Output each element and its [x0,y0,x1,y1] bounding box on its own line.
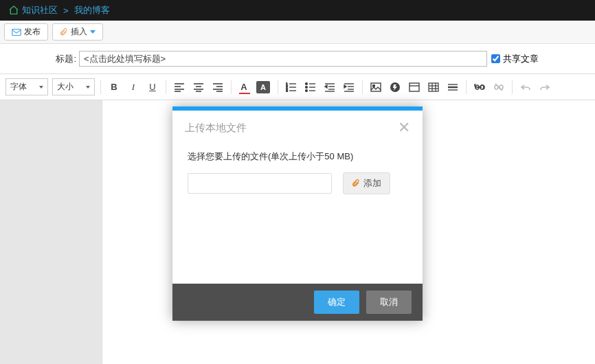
modal-header: 上传本地文件 ✕ [172,111,423,145]
modal-instruction: 选择您要上传的文件(单次上传小于50 MB) [188,150,407,163]
clip-icon [352,179,360,188]
file-path-input[interactable] [188,173,332,194]
ok-button[interactable]: 确定 [314,291,359,314]
modal-overlay: 上传本地文件 ✕ 选择您要上传的文件(单次上传小于50 MB) 添加 确定 取消 [0,0,595,364]
add-file-label: 添加 [363,177,381,190]
add-file-button[interactable]: 添加 [343,172,390,194]
cancel-button[interactable]: 取消 [366,291,412,314]
modal-footer: 确定 取消 [172,284,423,321]
close-icon[interactable]: ✕ [398,120,410,135]
upload-modal: 上传本地文件 ✕ 选择您要上传的文件(单次上传小于50 MB) 添加 确定 取消 [172,106,423,321]
modal-body: 选择您要上传的文件(单次上传小于50 MB) 添加 [172,145,423,284]
modal-title: 上传本地文件 [185,122,247,135]
